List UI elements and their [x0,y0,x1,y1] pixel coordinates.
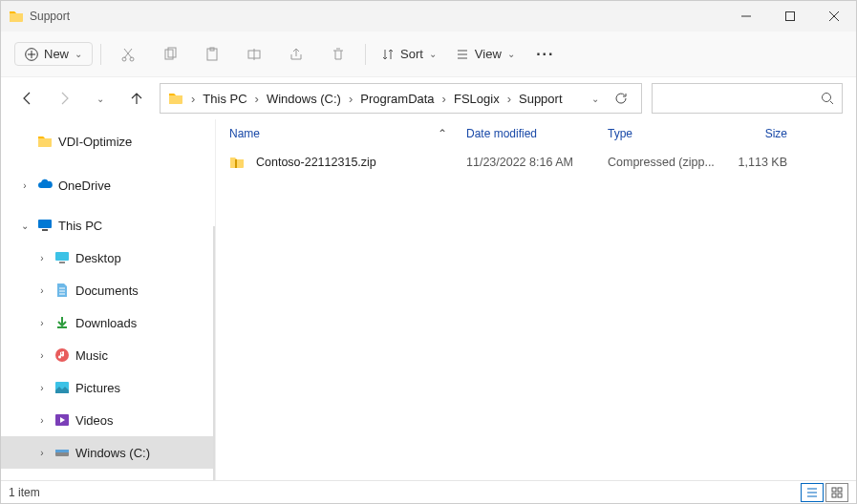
sidebar-item-onedrive[interactable]: › OneDrive [1,169,215,201]
paste-button[interactable] [193,39,231,70]
toolbar: New ⌄ Sort ⌄ View ⌄ ··· [1,32,856,77]
chevron-right-icon[interactable]: › [35,383,49,393]
chevron-right-icon[interactable]: › [35,415,49,426]
chevron-right-icon[interactable]: › [35,253,49,263]
recent-button[interactable]: ⌄ [87,85,114,112]
navigation-pane: VDI-Optimize › OneDrive ⌄ This PC › Desk… [1,119,216,480]
breadcrumb[interactable]: FSLogix [450,90,503,108]
sidebar-item-music[interactable]: › Music [1,339,215,371]
chevron-right-icon[interactable]: › [35,318,49,328]
chevron-down-icon[interactable]: ⌄ [18,220,32,231]
chevron-right-icon[interactable]: › [18,180,32,191]
sidebar-item-windows-c[interactable]: › Windows (C:) [1,436,215,469]
refresh-button[interactable] [614,92,628,105]
sidebar-item-label: VDI-Optimize [58,135,132,149]
sort-button[interactable]: Sort ⌄ [374,43,444,65]
chevron-right-icon: › [440,92,448,106]
sidebar-item-downloads[interactable]: › Downloads [1,306,215,339]
sidebar-item-label: Videos [75,413,114,428]
view-icon [456,48,469,61]
sidebar-item-label: Pictures [75,381,120,395]
breadcrumb[interactable]: ProgramData [356,90,438,108]
svg-rect-12 [55,252,69,261]
sidebar-item-label: Downloads [75,316,137,330]
share-button[interactable] [277,39,315,70]
svg-rect-0 [786,12,795,21]
sidebar-item-vdi-optimize[interactable]: VDI-Optimize [1,125,215,158]
forward-button[interactable] [51,85,77,112]
status-item-count: 1 item [9,486,40,499]
sidebar-item-desktop[interactable]: › Desktop [1,242,215,274]
sidebar-item-label: OneDrive [58,178,111,193]
sort-icon [381,48,395,61]
cut-button[interactable] [109,39,147,70]
file-row[interactable]: Contoso-22112315.zip 11/23/2022 8:16 AM … [216,148,856,177]
sidebar-item-label: This PC [58,219,102,233]
desktop-icon [54,250,70,265]
svg-point-9 [823,94,831,102]
file-date: 11/23/2022 8:16 AM [466,156,608,169]
new-button[interactable]: New ⌄ [14,42,93,66]
column-date[interactable]: Date modified [466,127,608,140]
up-button[interactable] [123,85,150,112]
copy-button[interactable] [151,39,189,70]
document-icon [54,283,70,298]
window-title: Support [30,10,70,23]
minimize-button[interactable] [724,1,768,32]
maximize-button[interactable] [768,1,812,32]
thumbnails-view-button[interactable] [825,483,848,502]
chevron-down-icon: ⌄ [75,49,82,59]
breadcrumb[interactable]: Windows (C:) [263,90,345,108]
column-size[interactable]: Size [720,127,787,140]
chevron-right-icon: › [189,92,197,106]
sidebar-item-label: Desktop [75,251,121,265]
search-icon [821,92,834,105]
address-bar[interactable]: › This PC › Windows (C:) › ProgramData ›… [160,83,642,114]
column-type[interactable]: Type [608,127,720,140]
folder-icon [9,9,24,24]
sidebar-item-videos[interactable]: › Videos [1,404,215,436]
svg-rect-10 [38,220,52,228]
breadcrumb[interactable]: This PC [199,90,250,108]
drive-icon [54,445,70,460]
sidebar-item-pictures[interactable]: › Pictures [1,371,215,404]
more-button[interactable]: ··· [526,39,565,70]
view-label: View [475,47,502,61]
svg-rect-24 [838,488,842,492]
chevron-right-icon: › [505,92,513,106]
delete-button[interactable] [319,39,357,70]
scrollbar[interactable] [213,226,215,480]
status-bar: 1 item [1,480,856,503]
file-name: Contoso-22112315.zip [256,156,376,169]
pc-icon [37,218,53,233]
chevron-right-icon[interactable]: › [35,448,49,458]
column-name[interactable]: Name ⌃ [229,127,466,140]
sort-label: Sort [400,47,423,61]
rename-button[interactable] [235,39,273,70]
breadcrumb[interactable]: Support [515,90,567,108]
view-button[interactable]: View ⌄ [448,43,523,65]
chevron-down-icon[interactable]: ⌄ [591,94,599,104]
navigation-row: ⌄ › This PC › Windows (C:) › ProgramData… [1,77,856,119]
svg-rect-23 [832,488,836,492]
close-button[interactable] [812,1,856,32]
back-button[interactable] [14,85,41,112]
sort-indicator-icon: ⌃ [438,127,447,140]
chevron-right-icon: › [347,92,354,106]
chevron-down-icon: ⌄ [507,49,515,59]
folder-icon [168,91,183,106]
folder-icon [37,134,53,149]
details-view-button[interactable] [801,483,824,502]
sidebar-item-documents[interactable]: › Documents [1,274,215,306]
sidebar-item-label: Windows (C:) [75,446,150,460]
zip-icon [229,155,245,170]
cloud-icon [37,178,53,193]
chevron-right-icon[interactable]: › [35,350,49,361]
separator [100,44,101,65]
file-size: 1,113 KB [720,156,787,169]
chevron-down-icon: ⌄ [429,49,437,59]
search-input[interactable] [652,83,843,114]
chevron-right-icon[interactable]: › [35,285,49,296]
file-list: Name ⌃ Date modified Type Size Contoso-2… [216,119,856,480]
sidebar-item-this-pc[interactable]: ⌄ This PC [1,209,215,242]
